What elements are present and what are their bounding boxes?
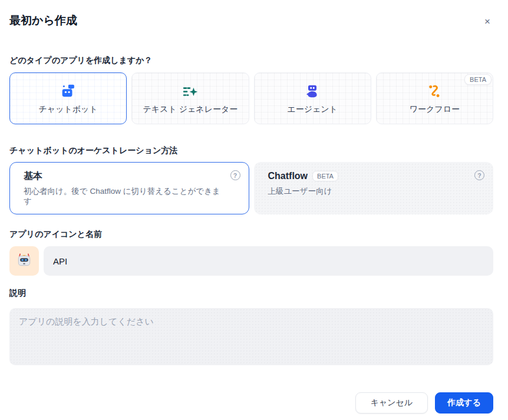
app-icon-picker[interactable] <box>9 246 39 276</box>
help-icon[interactable]: ? <box>474 170 484 180</box>
orchestration-section-label: チャットボットのオーケストレーション方法 <box>9 145 493 156</box>
option-description: 上級ユーザー向け <box>268 186 467 196</box>
app-type-card-text-generator[interactable]: テキスト ジェネレーター <box>131 72 249 124</box>
app-type-question-label: どのタイプのアプリを作成しますか？ <box>9 55 493 65</box>
app-type-card-chatbot[interactable]: チャットボット <box>9 72 127 124</box>
option-title: 基本 <box>24 170 42 182</box>
beta-badge: BETA <box>312 171 338 181</box>
close-icon[interactable]: × <box>481 15 494 28</box>
agent-icon <box>305 84 320 99</box>
orchestration-option-chatflow[interactable]: Chatflow BETA 上級ユーザー向け ? <box>254 162 494 214</box>
option-description: 初心者向け。後で Chatflow に切り替えることができます <box>24 186 223 206</box>
chatbot-icon <box>61 84 76 99</box>
orchestration-option-basic[interactable]: 基本 初心者向け。後で Chatflow に切り替えることができます ? <box>9 162 249 214</box>
app-type-card-workflow[interactable]: BETA ワークフロー <box>376 72 493 124</box>
option-title: Chatflow <box>268 170 308 182</box>
app-type-label: テキスト ジェネレーター <box>143 104 237 114</box>
app-type-card-list: チャットボット テキスト ジェネレーター <box>9 72 493 124</box>
app-type-label: エージェント <box>287 104 338 114</box>
app-type-card-agent[interactable]: エージェント <box>254 72 371 124</box>
icon-and-name-row <box>9 246 493 276</box>
app-description-textarea[interactable] <box>9 308 493 365</box>
cancel-button[interactable]: キャンセル <box>355 392 428 414</box>
description-section-label: 説明 <box>9 288 493 298</box>
beta-badge: BETA <box>464 74 491 85</box>
create-from-blank-dialog: 最初から作成 × どのタイプのアプリを作成しますか？ チャットボット <box>0 0 508 420</box>
text-generator-icon <box>183 84 198 99</box>
dialog-footer: キャンセル 作成する <box>9 392 493 414</box>
orchestration-option-list: 基本 初心者向け。後で Chatflow に切り替えることができます ? Cha… <box>9 162 493 208</box>
robot-emoji-icon <box>15 251 33 271</box>
name-section-label: アプリのアイコンと名前 <box>9 229 493 239</box>
dialog-title: 最初から作成 <box>9 13 493 28</box>
app-type-label: チャットボット <box>38 104 97 114</box>
app-type-label: ワークフロー <box>410 104 460 114</box>
app-name-input[interactable] <box>44 246 493 276</box>
create-button[interactable]: 作成する <box>435 392 493 414</box>
help-icon[interactable]: ? <box>230 170 240 180</box>
workflow-icon <box>427 84 442 99</box>
